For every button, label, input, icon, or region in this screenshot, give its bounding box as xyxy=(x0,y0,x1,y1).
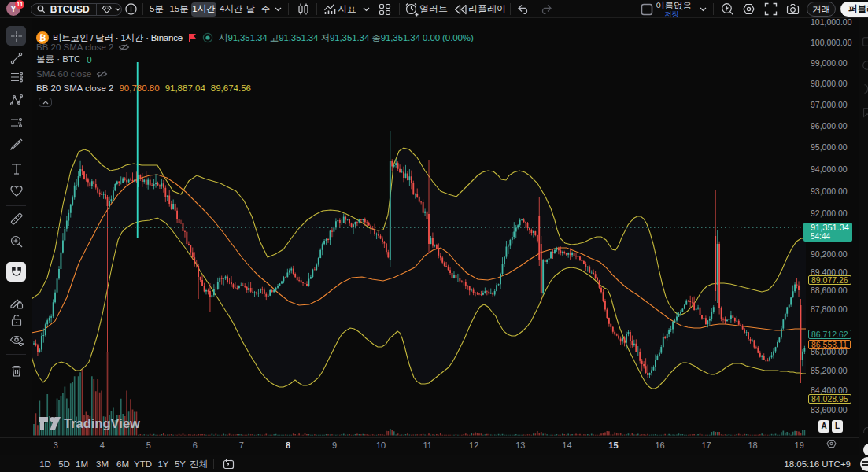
svg-text:TradingView: TradingView xyxy=(64,416,140,430)
